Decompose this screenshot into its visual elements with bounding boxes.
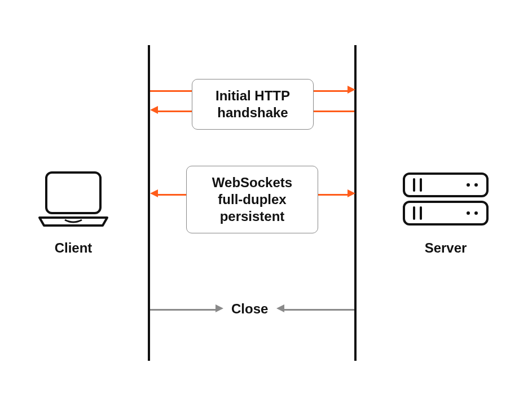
svg-rect-0 — [46, 173, 100, 213]
arrow-close-from-server — [284, 309, 354, 311]
svg-point-10 — [474, 211, 478, 215]
server-endpoint: Server — [395, 169, 496, 256]
arrowhead-close-from-client — [215, 304, 223, 312]
laptop-icon — [34, 169, 113, 231]
websocket-line3: persistent — [220, 209, 285, 224]
arrow-ws-left — [158, 194, 186, 196]
arrow-handshake-res-left — [158, 110, 192, 112]
client-label: Client — [23, 240, 124, 256]
arrow-handshake-req-right — [314, 90, 349, 92]
arrow-close-from-client — [150, 309, 217, 311]
websocket-line2: full-duplex — [218, 192, 286, 207]
server-stack-icon — [401, 169, 491, 231]
close-label: Close — [231, 301, 268, 317]
arrowhead-ws-right — [348, 189, 355, 197]
server-label: Server — [395, 240, 496, 256]
arrow-handshake-req-left — [150, 90, 192, 92]
client-lifeline — [148, 45, 150, 361]
svg-point-4 — [467, 183, 470, 187]
arrow-handshake-res-right — [314, 110, 354, 112]
websocket-box: WebSockets full-duplex persistent — [186, 166, 318, 233]
handshake-line2: handshake — [217, 105, 288, 120]
arrowhead-close-from-server — [276, 304, 284, 312]
handshake-line1: Initial HTTP — [215, 88, 290, 103]
websocket-sequence-diagram: Client Server Initial HTTP handshake Web… — [0, 0, 519, 420]
arrowhead-ws-left — [150, 189, 158, 197]
http-handshake-box: Initial HTTP handshake — [192, 79, 314, 130]
websocket-line1: WebSockets — [212, 175, 292, 190]
arrowhead-handshake-res — [150, 106, 158, 114]
svg-point-9 — [467, 211, 470, 215]
arrow-ws-right — [318, 194, 349, 196]
client-endpoint: Client — [23, 169, 124, 256]
svg-point-5 — [474, 183, 478, 187]
arrowhead-handshake-req — [348, 86, 355, 94]
